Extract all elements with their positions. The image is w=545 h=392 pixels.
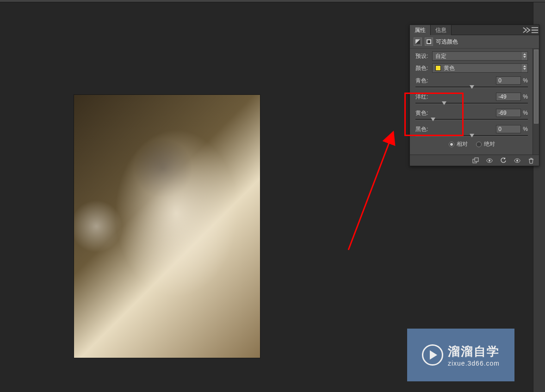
properties-panel: 属性 信息 可选颜色 预设: 自定 颜色: <box>409 25 539 166</box>
preset-dropdown[interactable]: 自定 <box>432 51 528 61</box>
chevron-updown-icon <box>521 64 527 72</box>
cyan-slider-thumb[interactable] <box>470 85 474 89</box>
panel-tab-bar: 属性 信息 <box>410 25 539 35</box>
color-label: 颜色: <box>415 64 432 72</box>
view-previous-icon[interactable] <box>484 156 495 165</box>
panel-body: 预设: 自定 颜色: 黄色 青色: % <box>410 49 539 155</box>
pct-label: % <box>523 77 528 84</box>
yellow-input[interactable] <box>496 109 521 117</box>
panel-header: 可选颜色 <box>410 35 539 49</box>
color-swatch <box>435 65 441 71</box>
radio-absolute[interactable]: 绝对 <box>476 140 495 148</box>
play-icon <box>422 344 443 366</box>
black-input[interactable] <box>496 125 521 133</box>
panel-menu-icon[interactable] <box>531 25 539 35</box>
black-slider-track[interactable] <box>415 135 528 137</box>
trash-icon[interactable] <box>526 156 536 165</box>
yellow-label: 黄色: <box>415 109 428 117</box>
radio-relative[interactable]: 相对 <box>449 140 468 148</box>
black-label: 黑色: <box>415 125 428 133</box>
watermark: 溜溜自学 zixue.3d66.com <box>407 329 514 381</box>
watermark-url: zixue.3d66.com <box>448 360 500 367</box>
color-value: 黄色 <box>444 64 455 72</box>
clip-to-layer-icon[interactable] <box>471 156 481 165</box>
color-dropdown[interactable]: 黄色 <box>432 63 528 73</box>
radio-relative-label: 相对 <box>457 140 468 148</box>
slider-magenta: 洋红: % <box>415 92 535 104</box>
pct-label: % <box>523 126 528 132</box>
panel-footer <box>410 155 539 166</box>
pct-label: % <box>523 110 528 116</box>
panel-title: 可选颜色 <box>436 38 458 46</box>
tab-info[interactable]: 信息 <box>431 25 452 35</box>
svg-point-5 <box>489 160 490 162</box>
mask-icon[interactable] <box>425 37 433 46</box>
preset-label: 预设: <box>415 52 432 60</box>
svg-rect-3 <box>475 158 478 162</box>
magenta-label: 洋红: <box>415 93 428 101</box>
magenta-slider-track[interactable] <box>415 103 528 104</box>
document-image[interactable] <box>74 95 260 358</box>
magenta-slider-thumb[interactable] <box>442 101 446 105</box>
cyan-label: 青色: <box>415 77 428 85</box>
svg-point-7 <box>516 160 518 162</box>
reset-icon[interactable] <box>498 156 508 165</box>
preset-value: 自定 <box>435 52 446 60</box>
radio-absolute-label: 绝对 <box>484 140 495 148</box>
watermark-title: 溜溜自学 <box>448 343 500 360</box>
method-radio-group: 相对 绝对 <box>415 140 535 148</box>
chevron-updown-icon <box>521 52 527 60</box>
pct-label: % <box>523 93 528 100</box>
tab-properties[interactable]: 属性 <box>410 25 431 35</box>
visibility-icon[interactable] <box>512 156 522 165</box>
collapse-panel-icon[interactable] <box>522 25 531 35</box>
slider-cyan: 青色: % <box>415 75 535 88</box>
black-slider-thumb[interactable] <box>470 134 474 137</box>
yellow-slider-track[interactable] <box>415 119 528 120</box>
radio-icon <box>476 142 482 147</box>
cyan-slider-track[interactable] <box>415 87 528 88</box>
slider-black: 黑色: % <box>415 124 535 137</box>
adjustment-icon <box>414 37 422 46</box>
magenta-input[interactable] <box>496 93 521 101</box>
yellow-slider-thumb[interactable] <box>431 118 435 121</box>
radio-icon <box>449 142 454 147</box>
slider-yellow: 黄色: % <box>415 108 535 120</box>
cyan-input[interactable] <box>496 76 521 85</box>
